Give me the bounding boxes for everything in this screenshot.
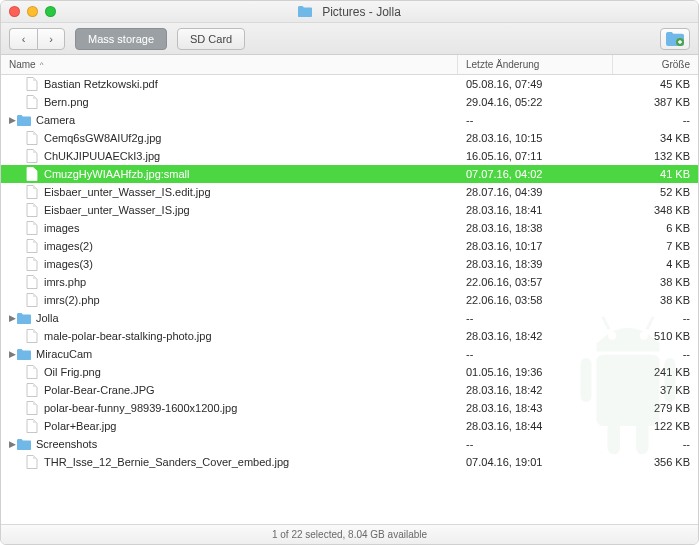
file-row[interactable]: THR_Isse_12_Bernie_Sanders_Cover_embed.j… (1, 453, 698, 471)
file-date: 28.03.16, 18:41 (458, 204, 613, 216)
file-date: 28.03.16, 10:17 (458, 240, 613, 252)
row-name-cell: male-polar-bear-stalking-photo.jpg (1, 329, 458, 343)
file-date: 07.07.16, 04:02 (458, 168, 613, 180)
file-icon (25, 401, 39, 415)
file-date: -- (458, 348, 613, 360)
file-name: polar-bear-funny_98939-1600x1200.jpg (44, 402, 237, 414)
row-name-cell: Polar-Bear-Crane.JPG (1, 383, 458, 397)
folder-row[interactable]: ▶Camera---- (1, 111, 698, 129)
disclosure-triangle-icon[interactable]: ▶ (7, 349, 17, 359)
chevron-right-icon: › (49, 33, 53, 45)
disclosure-triangle-icon[interactable]: ▶ (7, 439, 17, 449)
folder-add-icon (666, 32, 684, 46)
folder-icon (17, 347, 31, 361)
file-date: 22.06.16, 03:57 (458, 276, 613, 288)
row-name-cell: ▶Camera (1, 113, 458, 127)
file-size: 279 KB (613, 402, 698, 414)
nav-back-forward: ‹ › (9, 28, 65, 50)
file-size: 34 KB (613, 132, 698, 144)
close-window-button[interactable] (9, 6, 20, 17)
file-name: images(3) (44, 258, 93, 270)
disclosure-triangle-icon[interactable]: ▶ (7, 313, 17, 323)
file-row[interactable]: Bern.png29.04.16, 05:22387 KB (1, 93, 698, 111)
file-name: Eisbaer_unter_Wasser_IS.jpg (44, 204, 190, 216)
file-row[interactable]: Polar-Bear-Crane.JPG28.03.16, 18:4237 KB (1, 381, 698, 399)
statusbar: 1 of 22 selected, 8.04 GB available (1, 524, 698, 544)
file-date: 28.03.16, 18:42 (458, 384, 613, 396)
back-button[interactable]: ‹ (9, 28, 37, 50)
column-header-date[interactable]: Letzte Änderung (458, 55, 613, 74)
file-icon (25, 167, 39, 181)
row-name-cell: Eisbaer_unter_Wasser_IS.jpg (1, 203, 458, 217)
column-headers: Name ^ Letzte Änderung Größe (1, 55, 698, 75)
column-header-size[interactable]: Größe (613, 55, 698, 74)
maximize-window-button[interactable] (45, 6, 56, 17)
file-date: 01.05.16, 19:36 (458, 366, 613, 378)
column-header-name-label: Name (9, 59, 36, 70)
file-name: Oil Frig.png (44, 366, 101, 378)
file-name: images(2) (44, 240, 93, 252)
disclosure-triangle-icon[interactable]: ▶ (7, 115, 17, 125)
file-name: Screenshots (36, 438, 97, 450)
row-name-cell: Polar+Bear.jpg (1, 419, 458, 433)
file-name: Eisbaer_unter_Wasser_IS.edit.jpg (44, 186, 211, 198)
file-row[interactable]: CmuzgHyWIAAHfzb.jpg:small07.07.16, 04:02… (1, 165, 698, 183)
file-icon (25, 131, 39, 145)
sort-ascending-icon: ^ (40, 60, 44, 69)
new-folder-button[interactable] (660, 28, 690, 50)
file-row[interactable]: Eisbaer_unter_Wasser_IS.jpg28.03.16, 18:… (1, 201, 698, 219)
file-row[interactable]: imrs(2).php22.06.16, 03:5838 KB (1, 291, 698, 309)
file-icon (25, 329, 39, 343)
file-row[interactable]: images28.03.16, 18:386 KB (1, 219, 698, 237)
file-icon (25, 149, 39, 163)
file-row[interactable]: male-polar-bear-stalking-photo.jpg28.03.… (1, 327, 698, 345)
file-size: 348 KB (613, 204, 698, 216)
row-name-cell: ChUKJIPUUAECkI3.jpg (1, 149, 458, 163)
column-header-date-label: Letzte Änderung (466, 59, 539, 70)
file-row[interactable]: Eisbaer_unter_Wasser_IS.edit.jpg28.07.16… (1, 183, 698, 201)
chevron-left-icon: ‹ (22, 33, 26, 45)
forward-button[interactable]: › (37, 28, 65, 50)
tab-mass-storage[interactable]: Mass storage (75, 28, 167, 50)
file-row[interactable]: polar-bear-funny_98939-1600x1200.jpg28.0… (1, 399, 698, 417)
file-size: -- (613, 438, 698, 450)
file-row[interactable]: ChUKJIPUUAECkI3.jpg16.05.16, 07:11132 KB (1, 147, 698, 165)
folder-row[interactable]: ▶Jolla---- (1, 309, 698, 327)
finder-window: Pictures - Jolla ‹ › Mass storage SD Car… (0, 0, 699, 545)
file-row[interactable]: Polar+Bear.jpg28.03.16, 18:44122 KB (1, 417, 698, 435)
file-icon (25, 293, 39, 307)
file-size: 38 KB (613, 276, 698, 288)
file-size: 387 KB (613, 96, 698, 108)
column-header-name[interactable]: Name ^ (1, 55, 458, 74)
file-icon (25, 275, 39, 289)
folder-row[interactable]: ▶MiracuCam---- (1, 345, 698, 363)
folder-row[interactable]: ▶Screenshots---- (1, 435, 698, 453)
file-name: male-polar-bear-stalking-photo.jpg (44, 330, 212, 342)
file-list[interactable]: Bastian Retzkowski.pdf05.08.16, 07:4945 … (1, 75, 698, 524)
file-date: -- (458, 312, 613, 324)
row-name-cell: Eisbaer_unter_Wasser_IS.edit.jpg (1, 185, 458, 199)
row-name-cell: images (1, 221, 458, 235)
folder-icon (17, 437, 31, 451)
row-name-cell: CmuzgHyWIAAHfzb.jpg:small (1, 167, 458, 181)
file-name: Bern.png (44, 96, 89, 108)
file-name: Cemq6sGW8AIUf2g.jpg (44, 132, 161, 144)
file-name: THR_Isse_12_Bernie_Sanders_Cover_embed.j… (44, 456, 289, 468)
window-title: Pictures - Jolla (1, 5, 698, 19)
file-date: 28.07.16, 04:39 (458, 186, 613, 198)
file-date: -- (458, 114, 613, 126)
file-size: -- (613, 348, 698, 360)
file-size: 132 KB (613, 150, 698, 162)
file-row[interactable]: images(3)28.03.16, 18:394 KB (1, 255, 698, 273)
file-row[interactable]: images(2)28.03.16, 10:177 KB (1, 237, 698, 255)
file-icon (25, 221, 39, 235)
minimize-window-button[interactable] (27, 6, 38, 17)
file-row[interactable]: Bastian Retzkowski.pdf05.08.16, 07:4945 … (1, 75, 698, 93)
file-row[interactable]: Oil Frig.png01.05.16, 19:36241 KB (1, 363, 698, 381)
file-size: 6 KB (613, 222, 698, 234)
row-name-cell: Cemq6sGW8AIUf2g.jpg (1, 131, 458, 145)
tab-sd-card[interactable]: SD Card (177, 28, 245, 50)
file-row[interactable]: imrs.php22.06.16, 03:5738 KB (1, 273, 698, 291)
file-icon (25, 239, 39, 253)
file-row[interactable]: Cemq6sGW8AIUf2g.jpg28.03.16, 10:1534 KB (1, 129, 698, 147)
